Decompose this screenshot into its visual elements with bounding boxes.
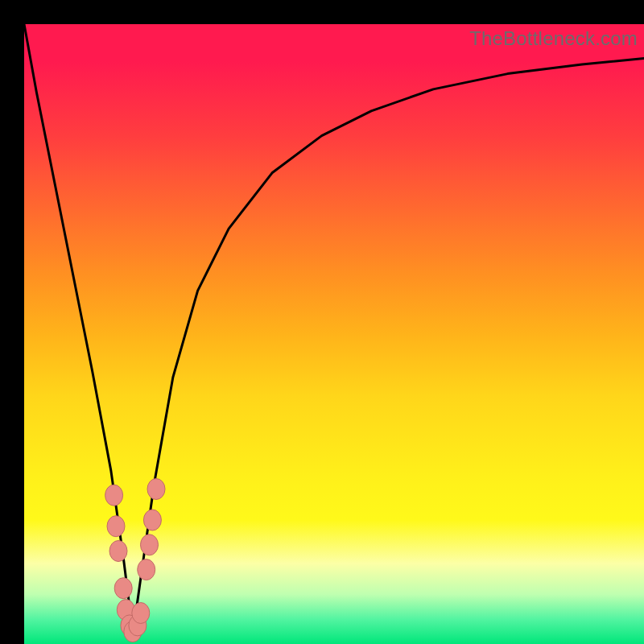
data-marker (124, 621, 142, 642)
data-marker (117, 600, 134, 621)
data-markers (105, 479, 165, 642)
data-marker (141, 535, 159, 555)
data-marker (109, 541, 127, 562)
figure-frame: TheBottleneck.com (0, 0, 644, 644)
data-marker (132, 603, 150, 624)
data-marker (147, 479, 165, 500)
data-marker (114, 578, 132, 599)
data-marker (143, 510, 161, 530)
data-marker (105, 485, 123, 506)
data-marker (121, 615, 138, 636)
bottleneck-curve (24, 24, 644, 632)
data-marker (138, 559, 155, 580)
data-marker (129, 615, 147, 636)
curve-layer (24, 24, 644, 644)
plot-area (24, 24, 644, 644)
data-marker (107, 516, 125, 537)
